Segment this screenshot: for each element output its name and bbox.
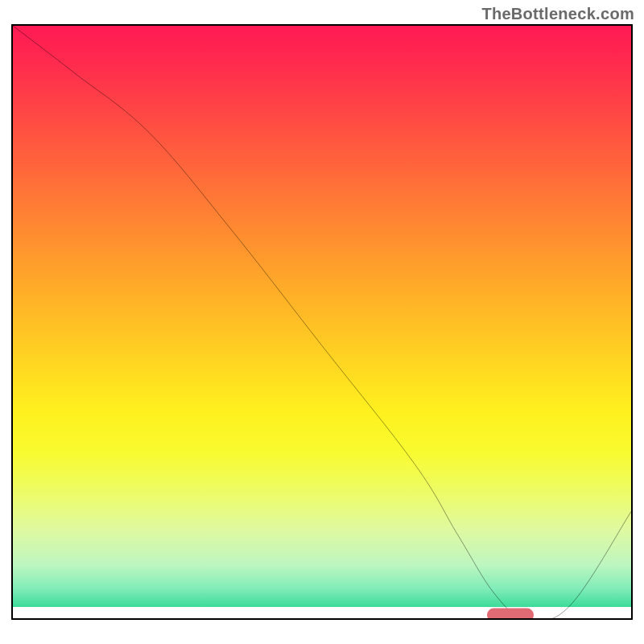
baseline-band	[13, 607, 631, 618]
gradient-bg	[13, 26, 631, 618]
optimal-marker	[487, 609, 534, 620]
watermark-text: TheBottleneck.com	[481, 5, 634, 23]
chart-frame	[6, 24, 638, 638]
plot-area	[11, 24, 633, 620]
